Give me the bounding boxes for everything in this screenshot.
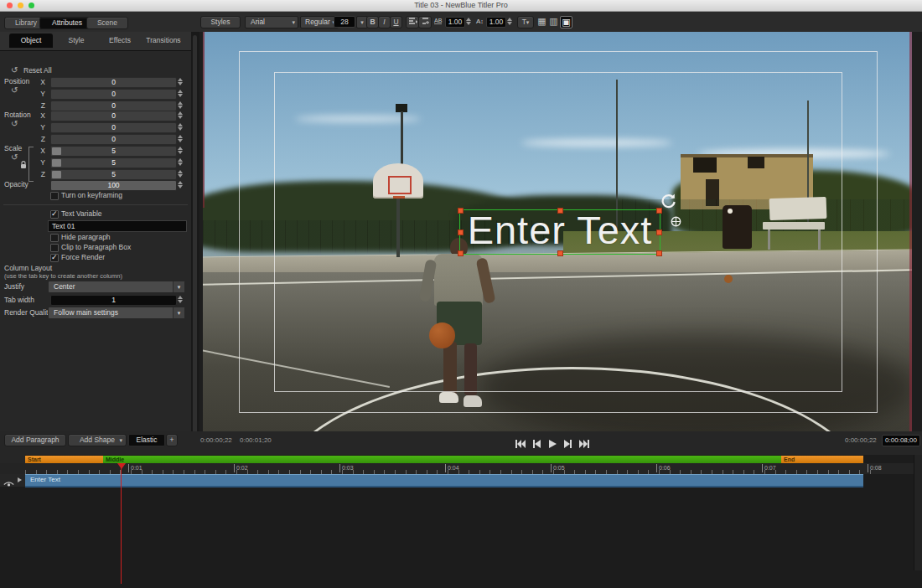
- clip-paragraph-checkbox[interactable]: [50, 244, 59, 252]
- tab-scene[interactable]: Scene: [86, 17, 128, 29]
- font-family-select[interactable]: Arial ▾: [245, 16, 298, 28]
- add-shape-button[interactable]: Add Shape▾: [68, 434, 127, 446]
- timecode-in: 0:00:01;20: [240, 436, 272, 444]
- rotation-z-field[interactable]: 0: [50, 134, 177, 145]
- add-preset-button[interactable]: +: [166, 434, 178, 446]
- subtab-style[interactable]: Style: [54, 34, 98, 48]
- panel-scrollbar[interactable]: [191, 32, 199, 447]
- canvas-text[interactable]: Enter Text: [455, 207, 665, 254]
- scale-z-stepper[interactable]: [178, 170, 184, 178]
- top-toolbar: Library Attributes Scene Styles Arial ▾ …: [0, 12, 922, 32]
- go-to-end-button[interactable]: [577, 437, 591, 450]
- force-render-checkbox[interactable]: [50, 254, 59, 262]
- timeline-track-bar[interactable]: Enter Text: [25, 474, 863, 487]
- scale-x-stepper[interactable]: [178, 147, 184, 154]
- scale-y-stepper[interactable]: [178, 158, 184, 166]
- position-x-field[interactable]: 0: [50, 77, 177, 88]
- text-variable-input[interactable]: Text 01: [48, 220, 187, 232]
- tracking-field[interactable]: 1.00: [445, 17, 465, 28]
- go-to-start-button[interactable]: [513, 437, 527, 450]
- justify-value: Center: [49, 282, 75, 291]
- axis-label: Y: [30, 90, 45, 98]
- shrink-to-fit-icon[interactable]: [406, 16, 419, 28]
- keyframing-label: Turn on keyframing: [61, 191, 122, 199]
- reset-all-label[interactable]: Reset All: [23, 66, 52, 75]
- selection-handle-se[interactable]: [656, 250, 662, 256]
- leading-field[interactable]: 1.00: [486, 17, 506, 28]
- panel-scrollbar-thumb[interactable]: [193, 35, 197, 439]
- chevron-down-icon: ▾: [360, 19, 364, 25]
- selection-handle-w[interactable]: [458, 230, 464, 235]
- leading-stepper[interactable]: [507, 18, 513, 25]
- grid-view-icon[interactable]: ▦: [536, 16, 547, 27]
- hide-paragraph-checkbox[interactable]: [50, 234, 59, 242]
- selection-handle-sw[interactable]: [458, 250, 464, 256]
- subtab-object[interactable]: Object: [9, 34, 53, 48]
- rotation-y-field[interactable]: 0: [50, 122, 177, 133]
- previous-frame-button[interactable]: [529, 437, 543, 450]
- preset-name-button[interactable]: Elastic: [128, 434, 165, 446]
- columns-view-icon[interactable]: ▥: [548, 16, 559, 27]
- playhead-marker[interactable]: [117, 463, 126, 469]
- rotate-tool-icon[interactable]: [660, 193, 676, 212]
- reset-all-icon[interactable]: ↺: [11, 66, 18, 75]
- position-y-field[interactable]: 0: [50, 89, 177, 100]
- tab-width-stepper[interactable]: [178, 296, 184, 303]
- safe-area-icon[interactable]: ▣: [560, 16, 572, 28]
- chevron-down-icon: ▾: [173, 307, 184, 318]
- position-z-stepper[interactable]: [178, 101, 184, 109]
- scale-z-field[interactable]: 5: [50, 169, 177, 180]
- scale-x-field[interactable]: 5: [50, 146, 177, 157]
- text-variable-checkbox[interactable]: [50, 210, 59, 219]
- scale-x-slider-thumb[interactable]: [52, 147, 61, 155]
- playhead-line[interactable]: [121, 463, 122, 584]
- line-break-icon[interactable]: [418, 16, 432, 28]
- font-size-field[interactable]: 28: [334, 16, 355, 28]
- segment-start[interactable]: Start: [25, 456, 103, 463]
- expand-track-icon[interactable]: [18, 477, 22, 482]
- underline-button[interactable]: U: [390, 16, 402, 28]
- keyframing-checkbox[interactable]: [50, 192, 59, 200]
- render-quality-select[interactable]: Follow main settings ▾: [48, 307, 185, 319]
- eye-icon[interactable]: [3, 477, 14, 492]
- styles-button[interactable]: Styles: [200, 16, 241, 28]
- scale-z-slider-thumb[interactable]: [52, 171, 61, 178]
- subtab-effects[interactable]: Effects: [98, 34, 142, 48]
- text-options-button[interactable]: T▾: [517, 16, 534, 28]
- bold-button[interactable]: B: [366, 16, 379, 28]
- opacity-stepper[interactable]: [178, 181, 184, 188]
- subtab-transitions[interactable]: Transitions: [139, 34, 188, 48]
- force-render-label: Force Render: [61, 253, 105, 261]
- selection-handle-e[interactable]: [656, 230, 662, 235]
- italic-button[interactable]: I: [378, 16, 391, 28]
- opacity-slider[interactable]: 100: [50, 180, 177, 191]
- axis-label: Y: [30, 123, 45, 132]
- scale-y-slider-thumb[interactable]: [52, 159, 61, 167]
- position-y-stepper[interactable]: [178, 90, 184, 97]
- selection-handle-s[interactable]: [557, 250, 563, 256]
- rotation-z-stepper[interactable]: [178, 135, 184, 142]
- rotation-x-field[interactable]: 0: [50, 111, 177, 121]
- segment-end[interactable]: End: [781, 456, 863, 463]
- duration-field[interactable]: 0:00:08;00: [882, 435, 920, 446]
- move-tool-icon[interactable]: [671, 215, 681, 230]
- rotation-x-stepper[interactable]: [178, 111, 184, 119]
- tracking-stepper[interactable]: [466, 18, 472, 25]
- selection-handle-n[interactable]: [557, 208, 563, 214]
- next-frame-button[interactable]: [561, 437, 575, 450]
- selection-handle-nw[interactable]: [458, 208, 464, 214]
- play-button[interactable]: [545, 437, 559, 450]
- tab-width-field[interactable]: 1: [50, 295, 177, 306]
- scale-y-field[interactable]: 5: [50, 157, 177, 168]
- timeline-vertical-scrollbar[interactable]: [914, 455, 922, 570]
- text-element-selection[interactable]: Enter Text: [459, 209, 660, 255]
- timeline-ruler[interactable]: 0:01 0:02 0:03 0:04 0:05 0:06 0:07 0:08: [0, 463, 922, 474]
- preview-canvas[interactable]: Enter Text: [203, 32, 912, 431]
- clip-paragraph-label: Clip to Paragraph Box: [61, 243, 131, 251]
- justify-select[interactable]: Center ▾: [48, 281, 185, 293]
- add-paragraph-button[interactable]: Add Paragraph: [4, 434, 66, 446]
- segment-middle[interactable]: Middle: [103, 456, 781, 463]
- rotation-y-stepper[interactable]: [178, 123, 184, 131]
- video-edge-right: [909, 32, 912, 431]
- position-x-stepper[interactable]: [178, 78, 184, 85]
